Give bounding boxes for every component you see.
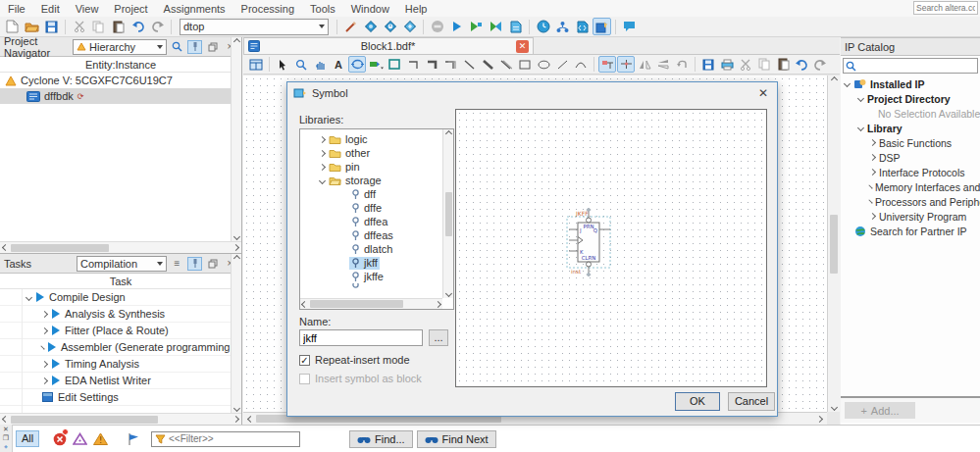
float-window-icon[interactable] xyxy=(205,257,220,271)
find-button[interactable]: Find... xyxy=(349,430,413,448)
pin-tool[interactable] xyxy=(367,56,385,73)
ip-installed-ip[interactable]: Installed IP xyxy=(841,76,980,91)
ip-catalog-toggle-icon[interactable] xyxy=(593,18,611,35)
chevron-right-icon[interactable] xyxy=(869,154,876,161)
float-window-icon[interactable]: ❐ xyxy=(3,433,9,442)
menu-processing[interactable]: Processing xyxy=(233,2,302,16)
save-button[interactable] xyxy=(42,18,61,35)
pin-icon[interactable]: ⌖ xyxy=(4,442,8,451)
symbol-item-dffeas[interactable]: dffeas xyxy=(300,228,453,242)
cut-button[interactable] xyxy=(70,18,88,35)
chevron-right-icon[interactable] xyxy=(869,213,876,220)
all-messages-button[interactable]: All xyxy=(16,430,39,447)
open-file-button[interactable] xyxy=(23,18,41,35)
paste-button[interactable] xyxy=(774,56,792,73)
scroll-left-arrow[interactable] xyxy=(2,244,9,251)
print-button[interactable] xyxy=(718,56,736,73)
symbol-item-dffea[interactable]: dffea xyxy=(300,215,453,228)
orthogonal-bus-tool[interactable] xyxy=(423,56,440,73)
chevron-right-icon[interactable] xyxy=(868,184,872,188)
block-tool[interactable] xyxy=(386,56,403,73)
line-tool[interactable] xyxy=(553,56,571,73)
ip-processors-peripherals[interactable]: Processors and Peripherals xyxy=(841,194,980,209)
tasks-hscrollbar[interactable] xyxy=(0,413,241,425)
orthogonal-conduit-tool[interactable] xyxy=(441,56,459,73)
flip-horizontal-button[interactable] xyxy=(636,56,653,73)
flow-combo[interactable]: Compilation xyxy=(77,256,167,272)
copy-button[interactable] xyxy=(755,56,773,73)
start-compilation-icon[interactable] xyxy=(447,18,466,35)
task-analysis-synthesis[interactable]: Analysis & Synthesis xyxy=(0,306,231,323)
rectangle-tool[interactable] xyxy=(516,56,534,73)
stop-icon[interactable] xyxy=(428,18,446,35)
ip-memory-interfaces[interactable]: Memory Interfaces and Contro xyxy=(841,179,980,194)
diamond-settings-icon[interactable] xyxy=(361,18,380,35)
scroll-up-arrow[interactable] xyxy=(232,255,239,262)
close-icon[interactable]: ✕ xyxy=(3,425,9,433)
repeat-insert-checkbox[interactable]: ✓ xyxy=(299,355,310,366)
menu-tools[interactable]: Tools xyxy=(302,2,343,16)
chevron-right-icon[interactable] xyxy=(319,135,326,142)
find-next-button[interactable]: Find Next xyxy=(417,430,496,448)
library-folder-pin[interactable]: pin xyxy=(300,160,453,174)
ok-button[interactable]: OK xyxy=(675,392,720,411)
search-icon[interactable] xyxy=(170,40,184,54)
text-tool[interactable]: A xyxy=(330,56,347,73)
task-compile-design[interactable]: Compile Design xyxy=(0,289,231,306)
diamond-arrows-icon[interactable] xyxy=(400,18,419,35)
critical-warning-filter-button[interactable] xyxy=(72,431,88,447)
project-navigator-vscrollbar[interactable] xyxy=(231,37,241,241)
feedback-chat-icon[interactable] xyxy=(620,18,639,35)
selection-tool[interactable] xyxy=(274,56,291,73)
partial-line-selection-toggle[interactable] xyxy=(617,56,635,73)
design-file-icon[interactable] xyxy=(506,18,525,35)
ip-basic-functions[interactable]: Basic Functions xyxy=(841,135,980,150)
pan-tool[interactable] xyxy=(311,56,329,73)
start-analysis-icon[interactable] xyxy=(467,18,486,35)
rotate-left-button[interactable] xyxy=(673,56,691,73)
programmer-icon[interactable] xyxy=(573,18,592,35)
netlist-viewers-icon[interactable] xyxy=(487,18,505,35)
scroll-thumb[interactable] xyxy=(830,215,838,274)
scroll-thumb[interactable] xyxy=(310,300,403,308)
pin-icon[interactable] xyxy=(187,257,202,271)
add-ip-button[interactable]: + Add... xyxy=(845,402,915,419)
menu-project[interactable]: Project xyxy=(106,2,155,16)
warning-filter-button[interactable]: ! xyxy=(92,431,109,447)
paste-button[interactable] xyxy=(109,18,128,35)
task-edit-settings[interactable]: Edit Settings xyxy=(0,389,231,406)
libraries-hscrollbar[interactable] xyxy=(300,298,442,309)
tab-close-icon[interactable]: ✕ xyxy=(516,40,529,53)
message-filter-input[interactable] xyxy=(169,433,296,444)
project-navigator-hscrollbar[interactable] xyxy=(0,241,241,253)
symbol-item-dff[interactable]: dff xyxy=(300,187,453,201)
library-folder-storage[interactable]: storage xyxy=(300,174,453,187)
device-tree-item[interactable]: Cyclone V: 5CGXFC7C6U19C7 xyxy=(0,73,241,88)
symbol-item-jkffe[interactable]: jkffe xyxy=(300,270,453,283)
scroll-right-arrow[interactable] xyxy=(232,416,239,423)
ip-university-program[interactable]: University Program xyxy=(841,209,980,224)
library-folder-other[interactable]: other xyxy=(300,146,453,160)
scroll-up-arrow[interactable] xyxy=(232,38,239,45)
task-eda-netlist-writer[interactable]: EDA Netlist Writer xyxy=(0,373,231,389)
scroll-right-arrow[interactable] xyxy=(816,415,823,422)
scroll-down-arrow[interactable] xyxy=(232,233,239,240)
task-timing-analysis[interactable]: Timing Analysis xyxy=(0,356,231,373)
scroll-thumb[interactable] xyxy=(445,192,452,236)
float-window-icon[interactable] xyxy=(205,40,220,54)
oval-tool[interactable] xyxy=(535,56,552,73)
menu-icon[interactable]: ≡ xyxy=(170,257,184,271)
scroll-right-arrow[interactable] xyxy=(232,244,239,251)
zoom-tool[interactable] xyxy=(292,56,310,73)
symbol-tool[interactable] xyxy=(348,56,366,73)
scroll-left-arrow[interactable] xyxy=(247,415,254,422)
scroll-left-arrow[interactable] xyxy=(2,416,9,423)
scroll-up-arrow[interactable] xyxy=(444,130,451,137)
chevron-right-icon[interactable] xyxy=(40,345,44,349)
rubberbanding-toggle[interactable] xyxy=(598,56,616,73)
diamond-clock-icon[interactable] xyxy=(381,18,399,35)
chevron-right-icon[interactable] xyxy=(41,310,48,317)
message-filter-box[interactable] xyxy=(151,431,300,447)
scroll-up-arrow[interactable] xyxy=(830,76,837,83)
chevron-right-icon[interactable] xyxy=(868,199,872,203)
